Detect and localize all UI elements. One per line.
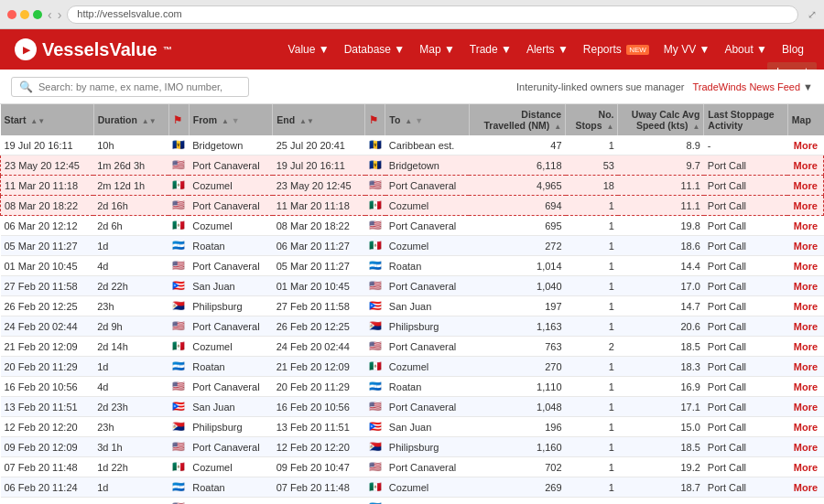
table-cell: 19.2	[618, 457, 704, 477]
nav-reports[interactable]: Reports NEW	[578, 39, 655, 59]
more-link[interactable]: More	[794, 281, 818, 292]
more-link[interactable]: More	[794, 261, 818, 272]
table-cell: 1	[566, 397, 618, 417]
nav-trade[interactable]: Trade ▼	[464, 39, 517, 59]
news-feed-link[interactable]: TradeWinds News Feed	[692, 81, 800, 92]
more-link-cell[interactable]: More	[787, 417, 823, 437]
nav-myvv[interactable]: My VV ▼	[658, 39, 716, 59]
nav-blog[interactable]: Blog	[776, 39, 809, 59]
back-button[interactable]: ‹	[48, 7, 52, 22]
more-link[interactable]: More	[794, 220, 818, 231]
more-link-cell[interactable]: More	[787, 276, 823, 296]
search-input[interactable]	[38, 81, 222, 92]
table-cell: 🇭🇳	[365, 256, 385, 276]
more-link[interactable]: More	[794, 241, 818, 252]
more-link-cell[interactable]: More	[787, 337, 823, 357]
table-cell: 1	[566, 296, 618, 316]
col-activity[interactable]: Last StoppageActivity	[704, 104, 787, 135]
more-link-cell[interactable]: More	[787, 196, 823, 216]
forward-button[interactable]: ›	[58, 7, 62, 22]
table-cell: 2d 9h	[93, 316, 168, 337]
more-link-cell[interactable]: More	[787, 216, 823, 236]
more-link-cell[interactable]: More	[787, 477, 823, 498]
nav-value[interactable]: Value ▼	[283, 39, 335, 59]
table-cell: 17.0	[618, 276, 704, 296]
more-link-cell[interactable]: More	[787, 155, 823, 176]
col-speed[interactable]: Uway Calc AvgSpeed (kts) ▲	[618, 104, 704, 135]
more-link-cell[interactable]: More	[787, 296, 823, 316]
nav-alerts[interactable]: Alerts ▼	[521, 39, 574, 59]
more-link[interactable]: More	[794, 442, 818, 453]
table-cell: 🇺🇸	[365, 457, 385, 477]
table-cell: 2m 12d 1h	[93, 176, 168, 196]
more-link[interactable]: More	[794, 422, 818, 433]
col-start[interactable]: Start ▲▼	[1, 104, 94, 135]
more-link[interactable]: More	[794, 381, 818, 392]
table-cell: 1d	[93, 477, 168, 498]
more-link-cell[interactable]: More	[787, 377, 823, 397]
table-cell: 26 Feb 20 12:25	[273, 316, 365, 337]
table-row: 20 Feb 20 11:291d🇭🇳Roatan21 Feb 20 12:09…	[1, 357, 824, 377]
more-link[interactable]: More	[794, 140, 818, 151]
table-cell: 19.8	[618, 216, 704, 236]
more-link-cell[interactable]: More	[787, 357, 823, 377]
table-cell: Port Canaveral	[385, 176, 470, 196]
table-cell: Philipsburg	[385, 316, 470, 337]
more-link[interactable]: More	[794, 361, 818, 372]
table-cell: Port Call	[704, 216, 787, 236]
col-stops[interactable]: No.Stops ▲	[566, 104, 618, 135]
table-cell: 21 Feb 20 12:09	[1, 337, 94, 357]
search-bar: 🔍 Interunity-linked owners sue manager T…	[0, 70, 824, 104]
table-cell: 2d 22h	[93, 276, 168, 296]
expand-icon[interactable]: ⤢	[808, 8, 817, 21]
more-link-cell[interactable]: More	[787, 236, 823, 256]
table-cell: Roatan	[385, 377, 470, 397]
nav-menu: Value ▼ Database ▼ Map ▼ Trade ▼ Alerts …	[283, 39, 809, 59]
more-link[interactable]: More	[794, 341, 818, 352]
table-cell: 18.5	[618, 437, 704, 457]
col-to[interactable]: To ▲ ▼	[385, 104, 470, 135]
more-link[interactable]: More	[794, 482, 818, 493]
more-link[interactable]: More	[794, 462, 818, 473]
minimize-button[interactable]	[20, 10, 29, 19]
nav-map[interactable]: Map ▼	[414, 39, 461, 59]
reports-badge: NEW	[626, 45, 649, 55]
col-duration[interactable]: Duration ▲▼	[93, 104, 168, 135]
table-cell: 2d 16h	[93, 196, 168, 216]
table-cell: Port Call	[704, 477, 787, 498]
table-cell: 🇺🇸	[168, 196, 189, 216]
more-link-cell[interactable]: More	[787, 316, 823, 337]
close-button[interactable]	[7, 10, 16, 19]
more-link-cell[interactable]: More	[787, 457, 823, 477]
more-link-cell[interactable]: More	[787, 397, 823, 417]
table-cell: 197	[469, 296, 565, 316]
more-link[interactable]: More	[794, 200, 818, 211]
more-link-cell[interactable]: More	[787, 256, 823, 276]
table-cell: 1,048	[469, 397, 565, 417]
url-bar[interactable]: http://vesselsvalue.com	[67, 5, 798, 24]
more-link[interactable]: More	[794, 180, 818, 191]
table-cell: 24 Feb 20 02:44	[1, 316, 94, 337]
more-link[interactable]: More	[794, 402, 818, 413]
table-cell: 23h	[93, 417, 168, 437]
table-cell: -	[704, 135, 787, 155]
table-cell: 19 Jul 20 16:11	[273, 155, 365, 176]
col-dist[interactable]: DistanceTravelled (NM) ▲	[469, 104, 565, 135]
more-link-cell[interactable]: More	[787, 176, 823, 196]
news-arrow[interactable]: ▼	[803, 81, 813, 92]
search-input-wrapper[interactable]: 🔍	[11, 77, 249, 97]
more-link-cell[interactable]: More	[787, 498, 823, 505]
more-link-cell[interactable]: More	[787, 135, 823, 155]
table-cell: 06 Mar 20 12:12	[1, 216, 94, 236]
table-cell: 🇭🇳	[365, 498, 385, 505]
more-link-cell[interactable]: More	[787, 437, 823, 457]
col-end[interactable]: End ▲▼	[273, 104, 365, 135]
more-link[interactable]: More	[794, 160, 818, 171]
col-from[interactable]: From ▲ ▼	[189, 104, 273, 135]
nav-about[interactable]: About ▼	[719, 39, 773, 59]
more-link[interactable]: More	[794, 321, 818, 332]
nav-database[interactable]: Database ▼	[339, 39, 411, 59]
maximize-button[interactable]	[33, 10, 42, 19]
table-cell: Port Call	[704, 397, 787, 417]
more-link[interactable]: More	[794, 301, 818, 312]
